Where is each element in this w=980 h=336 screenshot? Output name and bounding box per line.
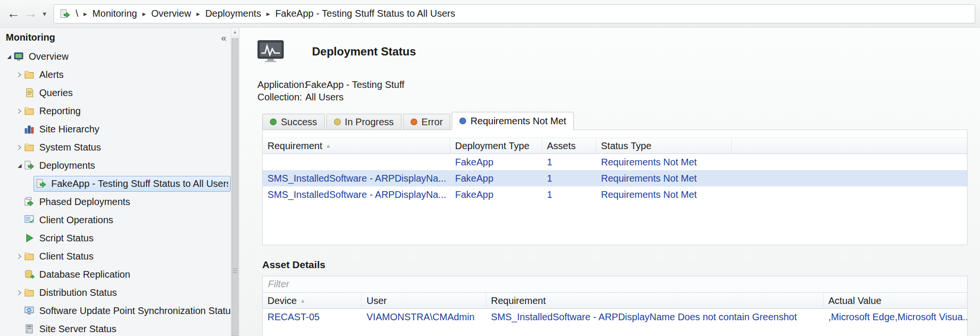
table-row[interactable]: SMS_InstalledSoftware - ARPDisplayNa... …	[263, 186, 967, 203]
asset-details-panel: Filter Device ▲ User Requirement Actual …	[262, 276, 968, 336]
column-header-actual-value[interactable]: Actual Value	[824, 293, 967, 308]
sidebar-item-label: Phased Deployments	[37, 196, 130, 207]
folder-icon	[24, 142, 37, 152]
sidebar-scrollbar[interactable]: ▲	[231, 28, 239, 336]
filter-input[interactable]: Filter	[263, 276, 967, 293]
sidebar-item-client-operations[interactable]: Client Operations	[0, 211, 231, 229]
column-header-deployment-type[interactable]: Deployment Type	[450, 138, 542, 153]
top-navigation-bar: ← → ▾ \ ▸ Monitoring ▸ Overview ▸ Deploy…	[0, 0, 980, 28]
scrollbar-up-icon[interactable]: ▲	[231, 28, 239, 36]
error-status-icon	[411, 119, 417, 125]
selected-tree-item: FakeApp - Testing Stuff Status to All Us…	[33, 176, 231, 192]
tree-expanded-icon[interactable]	[4, 54, 13, 60]
chevron-down-icon: ▾	[43, 10, 46, 18]
column-header-status-type[interactable]: Status Type	[596, 138, 732, 153]
sidebar-item-sup-sync-status[interactable]: Software Update Point Synchronization St…	[0, 302, 231, 320]
breadcrumb-item-deployment-status[interactable]: FakeApp - Testing Stuff Status to All Us…	[275, 8, 455, 19]
tab-success[interactable]: Success	[262, 114, 325, 130]
deployment-icon	[60, 9, 70, 19]
sidebar-item-system-status[interactable]: System Status	[0, 138, 231, 156]
breadcrumb-item-monitoring[interactable]: Monitoring	[92, 8, 137, 19]
sidebar-item-label: Site Server Status	[37, 324, 116, 335]
sidebar-item-label: Client Operations	[37, 215, 113, 226]
tab-requirements-not-met[interactable]: Requirements Not Met	[452, 112, 574, 130]
sidebar-item-reporting[interactable]: Reporting	[0, 102, 231, 120]
sidebar-item-site-server-status[interactable]: Site Server Status	[0, 320, 231, 336]
tree-expanded-icon[interactable]	[14, 163, 24, 169]
sidebar-item-alerts[interactable]: Alerts	[0, 65, 231, 84]
back-button[interactable]: ←	[5, 5, 22, 22]
sidebar-item-label: Overview	[26, 51, 68, 62]
application-value: FakeApp - Testing Stuff	[305, 79, 404, 90]
phased-deployments-icon	[24, 196, 37, 207]
tree-collapsed-icon[interactable]	[14, 253, 24, 260]
sidebar-item-queries[interactable]: Queries	[0, 84, 231, 102]
back-arrow-icon: ←	[7, 6, 20, 21]
tree-collapsed-icon[interactable]	[14, 108, 24, 114]
breadcrumb-separator-icon: ▸	[196, 10, 200, 18]
column-header-assets[interactable]: Assets	[542, 138, 596, 153]
collapse-pane-icon[interactable]: «	[221, 33, 226, 43]
breadcrumb-root[interactable]: \	[76, 8, 78, 19]
history-dropdown-button[interactable]: ▾	[39, 5, 50, 22]
tab-error[interactable]: Error	[403, 114, 450, 130]
success-status-icon	[270, 119, 277, 125]
breadcrumb-separator-icon: ▸	[267, 10, 270, 18]
column-header-requirement[interactable]: Requirement	[486, 293, 824, 308]
status-tabs: Success In Progress Error Requirements N…	[262, 112, 968, 130]
forward-arrow-icon: →	[24, 6, 37, 21]
overview-icon	[13, 51, 26, 62]
tree-collapsed-icon[interactable]	[14, 144, 24, 151]
sort-ascending-icon: ▲	[326, 143, 331, 149]
column-header-user[interactable]: User	[362, 293, 486, 308]
requirements-not-met-status-icon	[459, 118, 466, 124]
sync-icon	[24, 305, 37, 316]
server-icon	[24, 324, 37, 334]
sidebar-item-overview[interactable]: Overview	[0, 47, 231, 65]
script-status-icon	[24, 233, 37, 243]
sidebar-item-phased-deployments[interactable]: Phased Deployments	[0, 193, 231, 211]
sidebar-item-label: Alerts	[37, 69, 64, 80]
sidebar-item-script-status[interactable]: Script Status	[0, 229, 231, 247]
sort-ascending-icon: ▲	[300, 298, 305, 303]
column-header-requirement[interactable]: Requirement ▲	[263, 138, 450, 153]
deployment-status-monitor-icon	[257, 40, 284, 63]
sidebar-item-database-replication[interactable]: Database Replication	[0, 265, 231, 283]
collection-label: Collection:	[257, 92, 305, 103]
in-progress-status-icon	[334, 119, 341, 125]
scrollbar-grip[interactable]	[233, 269, 237, 274]
breadcrumb-item-overview[interactable]: Overview	[151, 8, 191, 19]
sidebar-item-distribution-status[interactable]: Distribution Status	[0, 283, 231, 302]
tab-in-progress[interactable]: In Progress	[326, 114, 401, 130]
folder-icon	[24, 251, 37, 261]
scrollbar-thumb[interactable]	[232, 38, 238, 336]
folder-icon	[24, 69, 37, 80]
forward-button[interactable]: →	[22, 5, 39, 22]
tree-collapsed-icon[interactable]	[14, 290, 24, 296]
site-hierarchy-icon	[24, 124, 37, 134]
table-row-selected[interactable]: SMS_InstalledSoftware - ARPDisplayNa... …	[263, 170, 967, 186]
sidebar-item-fakeapp-deployment[interactable]: FakeApp - Testing Stuff Status to All Us…	[0, 174, 231, 193]
sidebar-title: Monitoring	[0, 28, 239, 47]
asset-table-header: Device ▲ User Requirement Actual Value	[263, 293, 967, 309]
sidebar-item-site-hierarchy[interactable]: Site Hierarchy	[0, 120, 231, 138]
table-row[interactable]: FakeApp 1 Requirements Not Met	[263, 154, 967, 170]
sidebar-item-deployments[interactable]: Deployments	[0, 156, 231, 174]
breadcrumb-separator-icon: ▸	[142, 10, 146, 18]
breadcrumb-separator-icon: ▸	[84, 10, 88, 18]
deployment-meta: Application: FakeApp - Testing Stuff Col…	[257, 78, 968, 103]
column-header-device[interactable]: Device ▲	[263, 293, 362, 308]
table-row[interactable]: RECAST-05 VIAMONSTRA\CMAdmin SMS_Install…	[263, 309, 967, 325]
sidebar-item-label: Client Status	[37, 251, 93, 262]
client-operations-icon	[24, 215, 37, 225]
sidebar-item-client-status[interactable]: Client Status	[0, 247, 231, 265]
monitoring-navigation-pane: Monitoring « Overview Alerts Queries	[0, 28, 239, 336]
queries-icon	[24, 87, 37, 98]
asset-details-heading: Asset Details	[262, 258, 968, 272]
database-replication-icon	[24, 269, 37, 280]
navigation-tree: Overview Alerts Queries Reporting Si	[0, 47, 231, 336]
tree-collapsed-icon[interactable]	[14, 72, 24, 78]
application-label: Application:	[257, 79, 305, 90]
folder-icon	[24, 287, 37, 298]
breadcrumb-item-deployments[interactable]: Deployments	[205, 8, 261, 19]
